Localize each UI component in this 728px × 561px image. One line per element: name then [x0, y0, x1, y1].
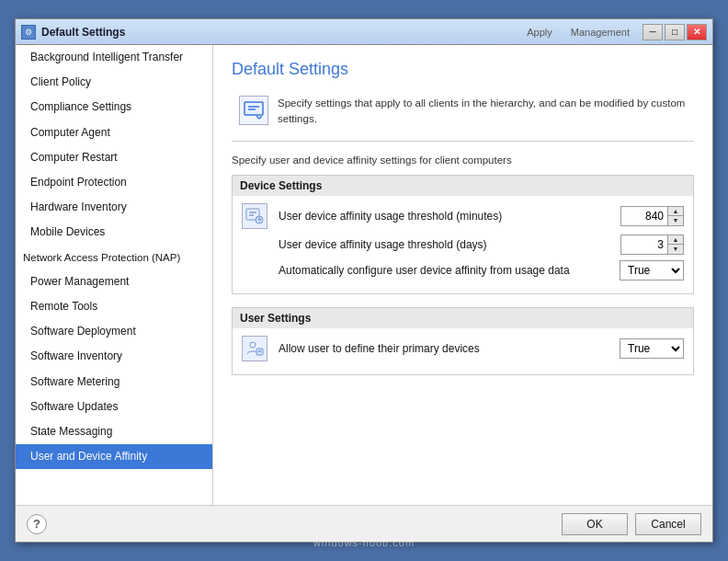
device-minutes-icon: [242, 203, 267, 229]
user-primary-icon: [242, 336, 267, 361]
info-text: Specify settings that apply to all clien…: [278, 96, 687, 128]
footer-buttons: OK Cancel: [562, 513, 701, 535]
svg-point-9: [250, 342, 256, 348]
days-spinbox-up-button[interactable]: ▲: [668, 235, 683, 246]
content-area: Background Intelligent TransferClient Po…: [16, 45, 712, 505]
days-spinbox-down-button[interactable]: ▼: [668, 245, 683, 254]
sidebar-item-user-device-affinity[interactable]: User and Device Affinity: [16, 444, 212, 469]
device-auto-label: Automatically configure user device affi…: [275, 264, 612, 277]
sidebar: Background Intelligent TransferClient Po…: [16, 45, 213, 505]
close-button[interactable]: ✕: [687, 24, 707, 40]
user-settings-group: User Settings Allow user to define their…: [232, 307, 694, 375]
title-bar-tabs: Apply Management: [519, 25, 637, 40]
device-auto-control: True False: [620, 260, 684, 280]
sidebar-item-endpoint-protection[interactable]: Endpoint Protection: [16, 170, 212, 195]
info-icon: [239, 96, 268, 125]
page-title: Default Settings: [232, 60, 694, 79]
sidebar-item-client-policy[interactable]: Client Policy: [16, 70, 212, 95]
device-settings-group: Device Settings: [232, 175, 694, 294]
tab-management[interactable]: Management: [563, 25, 637, 40]
title-bar: ⚙ Default Settings Apply Management ─ □ …: [16, 19, 712, 45]
window-title: Default Settings: [41, 26, 514, 39]
sidebar-item-background-intelligent-transfer[interactable]: Background Intelligent Transfer: [16, 45, 212, 70]
device-days-row: User device affinity usage threshold (da…: [242, 235, 684, 255]
device-days-spinbox[interactable]: 3 ▲ ▼: [620, 235, 684, 255]
user-settings-header: User Settings: [233, 308, 693, 328]
sidebar-item-hardware-inventory[interactable]: Hardware Inventory: [16, 195, 212, 220]
title-bar-controls: ─ □ ✕: [643, 24, 707, 40]
days-spinbox-buttons: ▲ ▼: [667, 235, 683, 254]
user-primary-select[interactable]: True False: [620, 338, 684, 359]
spinbox-buttons: ▲ ▼: [667, 207, 683, 225]
spinbox-down-button[interactable]: ▼: [668, 216, 683, 225]
device-settings-header: Device Settings: [233, 176, 693, 196]
sidebar-item-state-messaging[interactable]: State Messaging: [16, 419, 212, 444]
cancel-button[interactable]: Cancel: [635, 513, 701, 535]
footer: ? OK Cancel: [16, 505, 712, 542]
spinbox-up-button[interactable]: ▲: [668, 207, 683, 217]
window-icon: ⚙: [21, 25, 36, 40]
sidebar-item-software-inventory[interactable]: Software Inventory: [16, 344, 212, 369]
main-panel: Default Settings Specify settings that a…: [213, 45, 712, 505]
help-button[interactable]: ?: [27, 514, 47, 534]
user-primary-control: True False: [620, 338, 684, 359]
sidebar-item-software-metering[interactable]: Software Metering: [16, 370, 212, 395]
user-primary-row: Allow user to define their primary devic…: [242, 336, 684, 361]
sidebar-item-computer-restart[interactable]: Computer Restart: [16, 145, 212, 170]
sidebar-item-mobile-devices[interactable]: Mobile Devices: [16, 220, 212, 245]
device-auto-select[interactable]: True False: [620, 260, 684, 280]
device-days-input[interactable]: 3: [621, 235, 667, 254]
device-days-label: User device affinity usage threshold (da…: [275, 238, 613, 251]
device-minutes-label: User device affinity usage threshold (mi…: [275, 210, 613, 223]
user-settings-content: Allow user to define their primary devic…: [233, 328, 693, 374]
device-minutes-input[interactable]: 840: [621, 207, 667, 225]
sidebar-item-remote-tools[interactable]: Remote Tools: [16, 294, 212, 319]
tab-apply[interactable]: Apply: [519, 25, 560, 40]
device-minutes-control: 840 ▲ ▼: [620, 206, 684, 226]
sidebar-item-software-deployment[interactable]: Software Deployment: [16, 319, 212, 344]
device-settings-content: User device affinity usage threshold (mi…: [233, 196, 693, 293]
device-minutes-row: User device affinity usage threshold (mi…: [242, 203, 684, 229]
sidebar-item-network-access-protection[interactable]: Network Access Protection (NAP): [16, 246, 212, 269]
svg-rect-0: [245, 102, 263, 115]
device-minutes-spinbox[interactable]: 840 ▲ ▼: [620, 206, 684, 226]
minimize-button[interactable]: ─: [643, 24, 663, 40]
sidebar-item-computer-agent[interactable]: Computer Agent: [16, 120, 212, 145]
sidebar-item-software-updates[interactable]: Software Updates: [16, 395, 212, 419]
sidebar-item-power-management[interactable]: Power Management: [16, 269, 212, 294]
info-box: Specify settings that apply to all clien…: [232, 88, 694, 142]
ok-button[interactable]: OK: [562, 513, 628, 535]
main-window: ⚙ Default Settings Apply Management ─ □ …: [15, 18, 713, 543]
maximize-button[interactable]: □: [665, 24, 685, 40]
specify-text: Specify user and device affinity setting…: [232, 155, 694, 166]
device-days-control: 3 ▲ ▼: [620, 235, 684, 255]
user-primary-label: Allow user to define their primary devic…: [275, 342, 612, 355]
device-auto-row: Automatically configure user device affi…: [242, 260, 684, 280]
sidebar-item-compliance-settings[interactable]: Compliance Settings: [16, 95, 212, 120]
